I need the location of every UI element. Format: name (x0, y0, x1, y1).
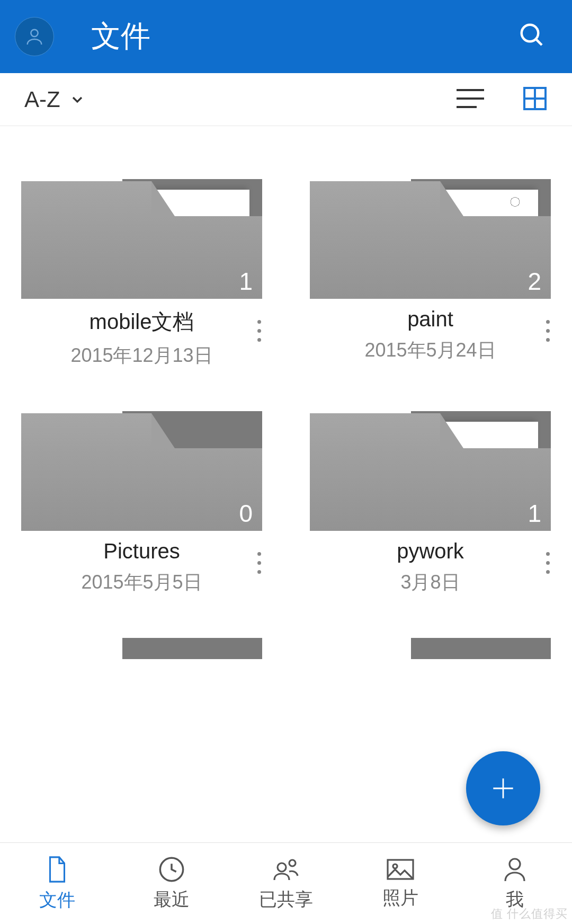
folder-date: 2015年12月13日 (21, 343, 262, 369)
nav-photos[interactable]: 照片 (343, 843, 458, 924)
folder-icon: 1 (310, 411, 551, 531)
sort-button[interactable]: A-Z (24, 87, 86, 112)
folder-name: mobile文档 (21, 307, 262, 336)
svg-point-0 (31, 30, 38, 37)
nav-label: 文件 (39, 888, 75, 912)
folder-name: Pictures (21, 539, 262, 563)
folder-item[interactable]: 1 pywork 3月8日 (310, 411, 551, 596)
folder-icon: 2 (310, 179, 551, 299)
nav-label: 照片 (382, 886, 418, 910)
nav-label: 最近 (154, 887, 190, 912)
more-button[interactable] (243, 309, 275, 352)
file-grid-container: 1 mobile文档 2015年12月13日 2 paint 2015年5月24 (0, 126, 572, 842)
folder-item-partial[interactable] (21, 638, 262, 659)
svg-point-16 (510, 859, 520, 869)
list-view-button[interactable] (457, 88, 484, 111)
folder-item[interactable]: 1 mobile文档 2015年12月13日 (21, 179, 262, 369)
add-button[interactable] (466, 751, 540, 825)
sort-bar: A-Z (0, 73, 572, 126)
more-button[interactable] (532, 309, 564, 352)
image-icon (386, 857, 415, 882)
folder-count: 1 (528, 499, 541, 528)
folder-count: 1 (239, 267, 253, 296)
person-icon (502, 856, 528, 883)
avatar-button[interactable] (15, 17, 54, 56)
search-icon (518, 21, 547, 50)
folder-icon: 0 (21, 411, 262, 531)
svg-point-15 (393, 864, 397, 868)
svg-line-2 (536, 39, 542, 45)
file-icon (44, 855, 70, 884)
watermark: 值 什么值得买 (491, 906, 568, 922)
nav-shared[interactable]: 已共享 (229, 843, 343, 924)
person-icon (24, 26, 45, 47)
file-grid: 1 mobile文档 2015年12月13日 2 paint 2015年5月24 (21, 179, 551, 596)
nav-recent[interactable]: 最近 (114, 843, 229, 924)
folder-date: 3月8日 (310, 570, 551, 596)
grid-view-button[interactable] (522, 86, 548, 113)
file-grid-overflow (21, 638, 551, 659)
svg-point-12 (278, 863, 286, 872)
search-button[interactable] (507, 11, 557, 63)
page-title: 文件 (91, 16, 507, 57)
folder-name: pywork (310, 539, 551, 563)
sort-label: A-Z (24, 87, 60, 112)
folder-item-partial[interactable] (310, 638, 551, 659)
more-button[interactable] (532, 541, 564, 584)
svg-point-1 (522, 25, 539, 42)
chevron-down-icon (69, 91, 86, 108)
hamburger-icon (457, 88, 484, 109)
grid-icon (522, 86, 548, 111)
folder-date: 2015年5月24日 (310, 337, 551, 363)
people-icon (271, 856, 301, 883)
folder-item[interactable]: 2 paint 2015年5月24日 (310, 179, 551, 369)
bottom-nav: 文件 最近 已共享 照片 我 (0, 842, 572, 924)
folder-date: 2015年5月5日 (21, 570, 262, 596)
nav-label: 已共享 (259, 887, 313, 912)
folder-name: paint (310, 307, 551, 331)
more-button[interactable] (243, 541, 275, 584)
folder-icon: 1 (21, 179, 262, 299)
folder-item[interactable]: 0 Pictures 2015年5月5日 (21, 411, 262, 596)
folder-count: 2 (528, 267, 541, 296)
app-header: 文件 (0, 0, 572, 73)
nav-files[interactable]: 文件 (0, 843, 114, 924)
svg-point-13 (289, 860, 296, 866)
plus-icon (488, 774, 518, 803)
clock-icon (158, 856, 185, 883)
folder-count: 0 (239, 499, 253, 528)
